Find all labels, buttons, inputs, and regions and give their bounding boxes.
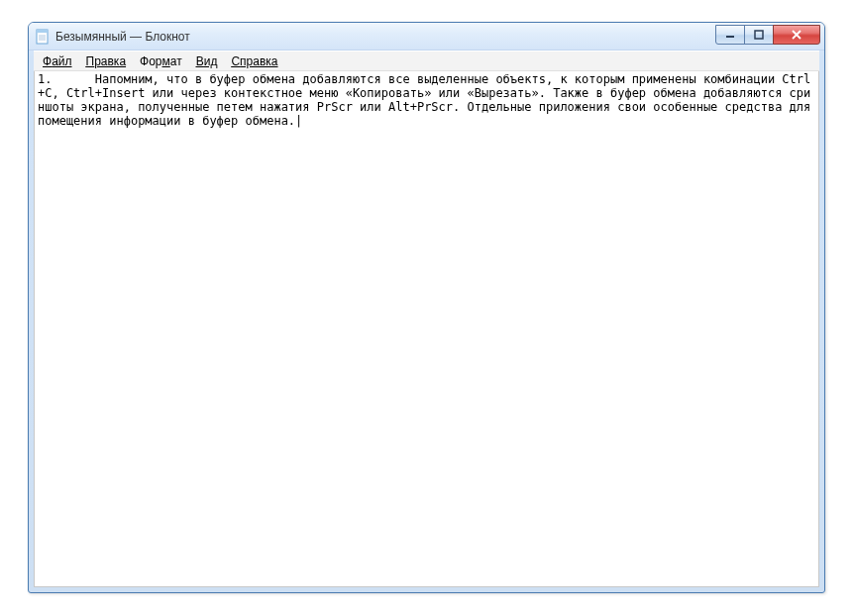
window-controls (716, 25, 820, 45)
menu-help[interactable]: Справка (224, 53, 284, 69)
notepad-window: Безымянный — Блокнот Файл Правка Формат (28, 22, 825, 593)
menu-format[interactable]: Формат (133, 53, 189, 69)
svg-rect-6 (755, 31, 763, 39)
titlebar[interactable]: Безымянный — Блокнот (29, 23, 824, 51)
maximize-icon (754, 30, 764, 40)
menu-file[interactable]: Файл (36, 53, 79, 69)
window-title: Безымянный — Блокнот (55, 30, 716, 44)
minimize-icon (725, 30, 735, 40)
text-editor[interactable] (35, 71, 818, 586)
maximize-button[interactable] (744, 25, 774, 45)
minimize-button[interactable] (715, 25, 745, 45)
close-icon (791, 30, 802, 40)
menubar: Файл Правка Формат Вид Справка (34, 51, 819, 71)
svg-rect-1 (37, 30, 48, 33)
menu-edit[interactable]: Правка (79, 53, 134, 69)
close-button[interactable] (773, 25, 820, 45)
notepad-icon (35, 29, 51, 45)
svg-rect-5 (726, 36, 734, 38)
menu-view[interactable]: Вид (189, 53, 225, 69)
client-area (34, 71, 819, 587)
